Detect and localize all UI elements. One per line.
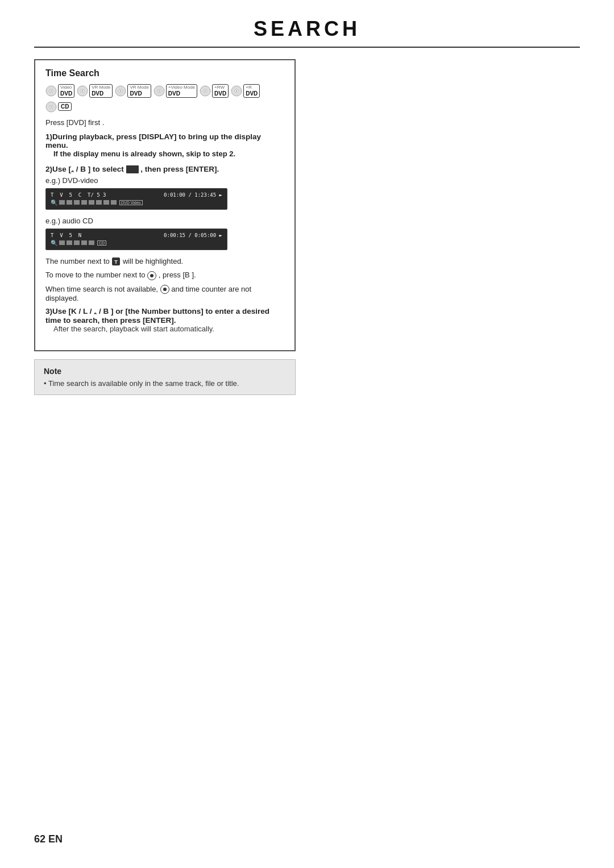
svg-point-17 [236, 90, 237, 92]
disc-icon [200, 85, 211, 97]
disc-icon [231, 85, 242, 97]
cd-block4 [81, 240, 87, 245]
select-icon [126, 165, 139, 173]
screen-cd-info: T V 5 N [51, 232, 81, 238]
page-title-section: SEARCH [34, 17, 580, 48]
info-text-1: The number next to T will be highlighted… [45, 257, 284, 267]
dvd-video-badge: Video DVD [45, 84, 74, 98]
screen-dvd-time: 0:01:00 / 1:23:45 ► [164, 192, 222, 198]
badges-row: Video DVD VR Mode DVD [45, 84, 284, 98]
step3: 3)Use [K / L / ꞈ / B ] or [the Number bu… [45, 307, 284, 333]
svg-point-14 [205, 90, 206, 92]
cd-screen: T V 5 N 0:00:15 / 0:05:00 ► 🔍 CD [45, 229, 227, 250]
dvd-plusr-badge: +R DVD [231, 84, 260, 98]
step2: 2)Use [ꞈ / B ] to select , then press [E… [45, 165, 284, 250]
disc-icon [154, 85, 165, 97]
note-box: Note • Time search is available only in … [34, 359, 296, 395]
disc-icon [45, 85, 57, 97]
block7 [103, 200, 109, 205]
step2-text: 2)Use [ꞈ / B ] to select [45, 165, 124, 173]
eg-cd-label: e.g.) audio CD [45, 217, 284, 225]
dvd-plusrw-badge: +RW DVD [200, 84, 229, 98]
block4 [81, 200, 87, 205]
step1-sub: If the display menu is already shown, sk… [53, 149, 284, 158]
screen-cd-time: 0:00:15 / 0:05:00 ► [164, 232, 222, 238]
page-number-section: 62 EN [34, 833, 63, 845]
step2-instruction: 2)Use [ꞈ / B ] to select , then press [E… [45, 165, 284, 174]
nav-icon [147, 271, 156, 280]
dvd-vr-badge: VR Mode DVD [77, 84, 113, 98]
dvd-screen: T V 5 C T/ 5 3 0:01:00 / 1:23:45 ► 🔍 DVD… [45, 188, 227, 210]
block5 [89, 200, 94, 205]
magnify-icon: 🔍 [51, 200, 57, 206]
cd-block5 [89, 240, 94, 245]
info-text-3: When time search is not available, and t… [45, 285, 284, 303]
disc-icon [77, 85, 88, 97]
disc-icon [115, 85, 126, 97]
page-number: 62 EN [34, 833, 63, 845]
info2b-text: , press [B ]. [159, 271, 196, 279]
section-title: Time Search [45, 68, 284, 78]
highlight-icon: T [111, 257, 121, 266]
eg-dvd-label: e.g.) DVD-video [45, 176, 284, 185]
svg-point-5 [82, 90, 83, 92]
main-content-box: Time Search Video DVD [34, 59, 296, 351]
block3 [74, 200, 80, 205]
info3-text: When time search is not available, [45, 285, 158, 293]
cd-label: CD [58, 102, 72, 111]
block6 [96, 200, 102, 205]
cd-badges-row: CD [45, 100, 284, 113]
cd-block1 [59, 240, 65, 245]
note-text: • Time search is available only in the s… [44, 379, 286, 388]
info-text-2: To move to the number next to , press [B… [45, 271, 284, 280]
press-dvd-text: Press [DVD] first . [45, 118, 284, 127]
page-title: SEARCH [34, 17, 580, 41]
step1-bold: 1)During playback, press [DISPLAY] to br… [45, 132, 284, 149]
block1 [59, 200, 65, 205]
nav-icon2 [160, 285, 169, 294]
step3-sub: After the search, playback will start au… [53, 325, 284, 333]
cd-block2 [67, 240, 72, 245]
step3-bold: 3)Use [K / L / ꞈ / B ] or [the Number bu… [45, 307, 284, 325]
page-wrapper: SEARCH Time Search Video DVD [0, 0, 614, 868]
block2 [67, 200, 72, 205]
cd-badge: CD [45, 101, 72, 113]
cd-block3 [74, 240, 80, 245]
svg-point-20 [51, 106, 52, 107]
screen-dvd-info: T V 5 C T/ 5 3 [51, 192, 106, 198]
screen-dvd-badge: DVD Video [119, 200, 143, 205]
svg-point-2 [51, 90, 52, 92]
cd-disc-icon [45, 101, 57, 113]
svg-point-8 [120, 90, 121, 92]
svg-text:T: T [115, 259, 118, 265]
info1b-text: will be highlighted. [123, 257, 183, 265]
step2-text2: , then press [ENTER]. [140, 165, 219, 173]
info2-text: To move to the number next to [45, 271, 146, 279]
screen-cd-badge: CD [97, 240, 106, 246]
dvd-vr2-badge: VR Mode DVD [115, 84, 151, 98]
note-title: Note [44, 367, 286, 376]
svg-point-11 [159, 90, 160, 92]
step1: 1)During playback, press [DISPLAY] to br… [45, 132, 284, 158]
block8 [111, 200, 117, 205]
magnify-cd-icon: 🔍 [51, 240, 57, 246]
dvd-plus-video-badge: +Video Mode DVD [154, 84, 197, 98]
info1-text: The number next to [45, 257, 110, 265]
